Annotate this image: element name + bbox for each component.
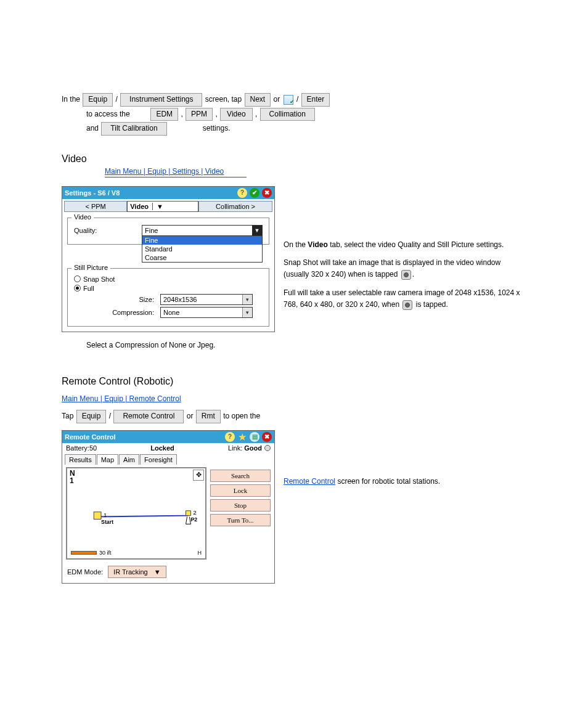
- prev-tab-button[interactable]: < PPM: [64, 201, 127, 212]
- quality-dropdown: Fine Standard Coarse: [142, 236, 263, 263]
- tab-results[interactable]: Results: [65, 454, 96, 465]
- tab-select[interactable]: Video ▼: [127, 201, 198, 212]
- remote-control-button[interactable]: Remote Control: [113, 410, 184, 423]
- still-picture-fieldset: Still Picture Snap Shot Full Size: 2048x…: [67, 268, 269, 327]
- text: In the: [62, 95, 82, 104]
- rc-titlebar: Remote Control ? ★ ▤ ✖: [62, 431, 274, 443]
- video-legend: Video: [71, 213, 94, 221]
- radio-snapshot-row[interactable]: Snap Shot: [74, 275, 263, 283]
- ppm-button[interactable]: PPM: [186, 108, 213, 121]
- remote-breadcrumb-link[interactable]: Main Menu | Equip | Remote Control: [62, 394, 181, 403]
- svg-line-0: [97, 515, 188, 516]
- remote-control-dialog: Remote Control ? ★ ▤ ✖ Battery: 50 Locke…: [62, 430, 275, 584]
- remote-heading: Remote Control (Robotic): [62, 376, 526, 387]
- size-combo[interactable]: 2048x1536 ▾: [160, 294, 253, 305]
- link-value: Good: [244, 444, 262, 452]
- video-bullet1: Snap Shot will take an image that is dis…: [284, 257, 524, 280]
- tab-map[interactable]: Map: [97, 454, 118, 465]
- rc-title: Remote Control: [65, 433, 116, 441]
- lock-state: Locked: [150, 444, 174, 452]
- still-legend: Still Picture: [71, 264, 110, 271]
- svg-text:P2: P2: [190, 516, 197, 523]
- remote-link-2[interactable]: Remote Control: [284, 477, 335, 486]
- video-breadcrumb-link[interactable]: Main Menu | Equip | Settings | Video: [105, 167, 224, 176]
- video-button[interactable]: Video: [220, 108, 252, 121]
- radio-full-label: Full: [83, 285, 94, 292]
- compression-combo[interactable]: None ▾: [160, 307, 253, 318]
- rmt-button[interactable]: Rmt: [196, 410, 221, 423]
- scale-bar: 30 ift: [71, 550, 112, 556]
- radio-snapshot[interactable]: [74, 275, 81, 282]
- svg-text:1: 1: [104, 511, 107, 518]
- radio-snapshot-label: Snap Shot: [83, 275, 115, 283]
- stop-button[interactable]: Stop: [210, 499, 271, 511]
- quality-option-coarse[interactable]: Coarse: [142, 253, 262, 262]
- chevron-down-icon: ▼: [152, 203, 163, 210]
- remote-post: screen for robotic total stations.: [337, 477, 440, 486]
- next-tab-button[interactable]: Collimation >: [198, 201, 272, 212]
- settings-title: Settings - S6 / V8: [65, 189, 120, 197]
- size-value: 2048x1536: [161, 296, 242, 303]
- next-button[interactable]: Next: [245, 93, 271, 107]
- remote-desc: Tap Equip / Remote Control or Rmt to ope…: [62, 409, 526, 424]
- radio-full[interactable]: [74, 285, 81, 291]
- link-label: Link:: [228, 444, 242, 452]
- map-corner-h: H: [198, 550, 202, 556]
- settings-dialog: Settings - S6 / V8 ? ✔ ✖ < PPM Video ▼ C…: [62, 186, 275, 332]
- tilt-cal-button[interactable]: Tilt Calibration: [101, 122, 166, 136]
- quality-label: Quality:: [74, 227, 142, 234]
- tab-aim[interactable]: Aim: [119, 454, 139, 465]
- close-icon[interactable]: ✖: [262, 188, 272, 198]
- chevron-down-icon: ▼: [154, 568, 161, 576]
- camera-icon[interactable]: [402, 300, 412, 310]
- favorite-icon[interactable]: ★: [237, 432, 247, 442]
- rc-status-bar: Battery: 50 Locked Link: Good: [62, 443, 274, 453]
- close-icon[interactable]: ✖: [262, 432, 272, 442]
- quality-value: Fine: [142, 227, 252, 234]
- quality-combo[interactable]: Fine ▼ Fine Standard Coarse: [142, 225, 263, 236]
- collimation-button[interactable]: Collimation: [260, 108, 315, 121]
- video-bullet2: Full will take a user selectable raw cam…: [284, 287, 524, 311]
- compression-label: Compression:: [74, 309, 160, 316]
- svg-rect-4: [186, 510, 191, 515]
- tab-foresight[interactable]: Foresight: [140, 454, 177, 465]
- radio-full-row[interactable]: Full: [74, 285, 263, 292]
- quality-option-fine[interactable]: Fine: [142, 236, 262, 245]
- equip-button-2[interactable]: Equip: [76, 410, 107, 423]
- map-view[interactable]: N 1 ✥ 1 Start 2 P2 30 ift H: [66, 467, 206, 560]
- enter-button[interactable]: Enter: [301, 93, 330, 107]
- battery-value: 50: [89, 444, 97, 452]
- svg-text:2: 2: [193, 508, 196, 515]
- link-led-icon: [264, 445, 271, 451]
- chevron-down-icon: ▾: [242, 308, 252, 317]
- camera-icon[interactable]: [401, 270, 411, 280]
- svg-rect-1: [94, 511, 101, 519]
- compress-note: Select a Compression of None or Jpeg.: [86, 340, 526, 351]
- intro-paragraph: In the Equip / Instrument Settings scree…: [62, 92, 526, 136]
- video-fieldset: Video Quality: Fine ▼ Fine Standard Coar…: [67, 218, 269, 245]
- video-heading: Video: [62, 153, 526, 165]
- settings-icon[interactable]: [284, 95, 293, 105]
- help-icon[interactable]: ?: [237, 188, 247, 198]
- clipboard-icon[interactable]: ▤: [250, 432, 259, 442]
- compression-value: None: [161, 309, 242, 316]
- chevron-down-icon: ▼: [252, 226, 262, 235]
- instrument-settings-button[interactable]: Instrument Settings: [120, 93, 202, 107]
- edm-mode-value: IR Tracking: [113, 568, 148, 576]
- search-button[interactable]: Search: [210, 470, 271, 482]
- equip-button[interactable]: Equip: [83, 93, 113, 107]
- battery-label: Battery:: [66, 444, 89, 452]
- help-icon[interactable]: ?: [225, 432, 235, 442]
- video-desc: On the Video tab, select the video Quali…: [284, 239, 524, 251]
- lock-button[interactable]: Lock: [210, 484, 271, 497]
- settings-titlebar: Settings - S6 / V8 ? ✔ ✖: [62, 187, 274, 199]
- turnto-button[interactable]: Turn To...: [210, 514, 271, 526]
- tab-select-label: Video: [130, 203, 149, 210]
- chevron-down-icon: ▾: [242, 295, 252, 304]
- quality-option-standard[interactable]: Standard: [142, 245, 262, 253]
- edm-mode-label: EDM Mode:: [67, 568, 103, 576]
- edm-mode-button[interactable]: IR Tracking ▼: [108, 566, 166, 578]
- size-label: Size:: [74, 296, 160, 303]
- ok-icon[interactable]: ✔: [250, 188, 259, 198]
- edm-button[interactable]: EDM: [150, 108, 178, 121]
